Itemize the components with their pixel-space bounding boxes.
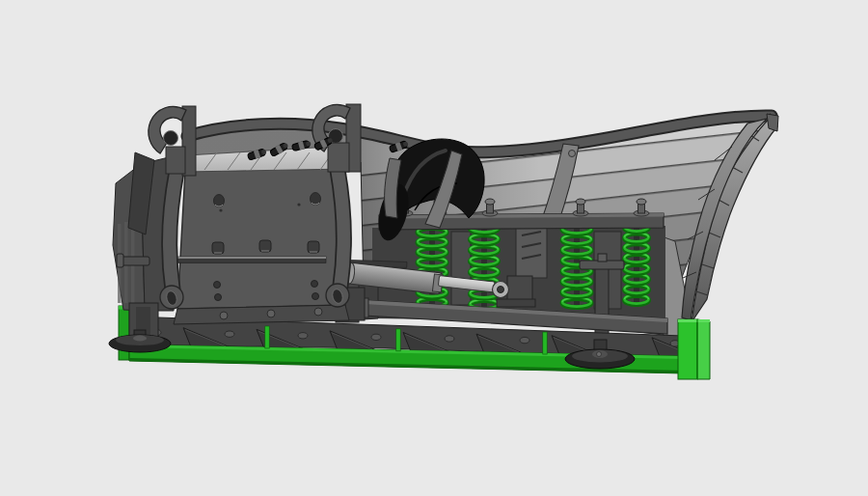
plate-dot [219, 208, 222, 211]
skid-disc-hub [133, 336, 147, 342]
end-tip-notch [767, 114, 778, 131]
skid-disc-bolt [597, 352, 602, 357]
end-block [678, 319, 710, 379]
band-bolt-head [371, 334, 381, 340]
bottom-flange [174, 305, 349, 324]
headstock-plate [177, 168, 345, 309]
flange-nut [267, 310, 275, 317]
bolt-head [637, 199, 646, 205]
spring-slot-plate [516, 228, 547, 278]
bolt-head [485, 199, 495, 205]
trip-spring [417, 224, 448, 308]
left-lift-pin-cap [117, 254, 123, 267]
plate-dot [297, 203, 300, 206]
skid-post-nut [598, 254, 607, 262]
plate-hole-small [312, 281, 318, 288]
spring-slot-plate [451, 232, 471, 305]
plate-hole-small [312, 293, 319, 300]
trip-spring [621, 219, 652, 305]
rib-bolt [569, 151, 576, 157]
plate-hole-hex [212, 242, 224, 254]
bolt-head [576, 199, 585, 205]
rail-segment-sliver [265, 326, 269, 348]
hook-tower-column [166, 147, 185, 174]
hook-tower-column [328, 143, 349, 172]
end-block-side [697, 319, 710, 379]
band-bolt-head [298, 333, 308, 339]
band-bolt-head [225, 331, 234, 337]
band-bolt-head [445, 336, 454, 342]
left-cheek [170, 172, 176, 289]
flange-nut [220, 312, 228, 319]
rod-eye-pin [498, 287, 504, 293]
snow-plow-illustration [0, 0, 868, 496]
rail-segment-sliver [543, 332, 547, 354]
end-block-top-highlight [678, 319, 710, 322]
plate-hole-small [215, 294, 222, 301]
rail-segment-sliver [396, 329, 400, 351]
cad-render-canvas [0, 0, 868, 496]
hook-eye [164, 131, 178, 146]
plate-hole-hex [259, 240, 271, 252]
band-bolt-head [520, 337, 529, 343]
plate-hole-small [214, 282, 221, 289]
cross-rod-highlight [174, 257, 326, 259]
clevis-base-plate [497, 299, 535, 307]
right-cheek [338, 170, 344, 286]
clevis-bracket [507, 276, 532, 301]
flange-nut [314, 308, 322, 316]
end-block-front [678, 319, 697, 379]
plate-hole-hex [308, 241, 319, 253]
